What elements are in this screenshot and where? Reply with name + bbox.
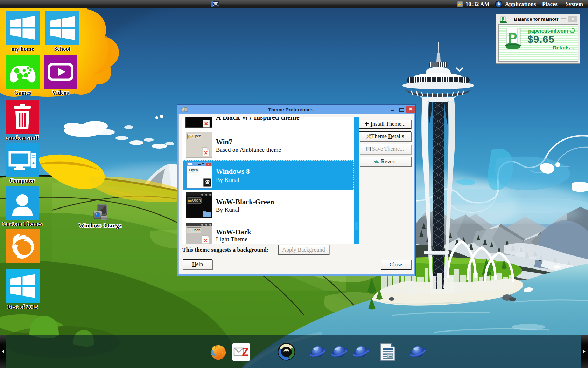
- svg-text:Z: Z: [242, 346, 249, 358]
